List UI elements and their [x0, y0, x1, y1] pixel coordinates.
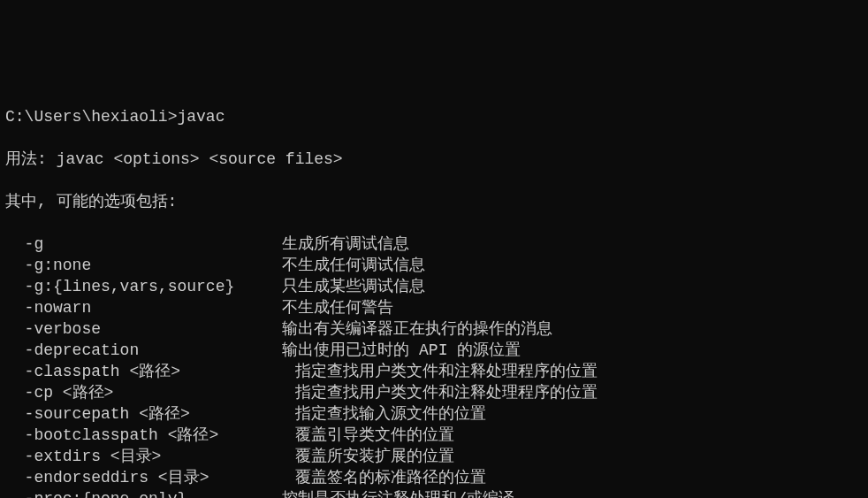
- option-desc: 指定查找用户类文件和注释处理程序的位置: [295, 363, 598, 380]
- option-desc: 只生成某些调试信息: [282, 278, 425, 295]
- option-flag: -classpath <路径>: [5, 363, 295, 380]
- option-flag: -extdirs <目录>: [5, 448, 295, 465]
- option-flag: -g:none: [5, 257, 282, 274]
- option-desc: 覆盖引导类文件的位置: [295, 426, 454, 444]
- option-desc: 覆盖签名的标准路径的位置: [295, 469, 486, 487]
- option-desc: 指定查找输入源文件的位置: [295, 405, 486, 423]
- option-line: -bootclasspath <路径> 覆盖引导类文件的位置: [5, 425, 868, 446]
- option-desc: 指定查找用户类文件和注释处理程序的位置: [295, 384, 598, 402]
- option-desc: 生成所有调试信息: [282, 235, 409, 253]
- option-line: -g 生成所有调试信息: [5, 234, 868, 255]
- option-flag: -nowarn: [5, 299, 282, 317]
- prompt-line: C:\Users\hexiaoli>javac: [5, 106, 868, 127]
- option-line: -g:{lines,vars,source} 只生成某些调试信息: [5, 276, 868, 297]
- option-line: -g:none 不生成任何调试信息: [5, 255, 868, 276]
- option-desc: 不生成任何警告: [282, 299, 393, 317]
- option-desc: 输出有关编译器正在执行的操作的消息: [282, 320, 552, 338]
- option-flag: -proc:{none,only}: [5, 490, 282, 498]
- option-desc: 输出使用已过时的 API 的源位置: [282, 341, 521, 359]
- option-desc: 覆盖所安装扩展的位置: [295, 448, 454, 465]
- option-flag: -deprecation: [5, 341, 282, 359]
- where-line: 其中, 可能的选项包括:: [5, 191, 868, 212]
- option-flag: -g:{lines,vars,source}: [5, 278, 282, 295]
- option-flag: -bootclasspath <路径>: [5, 426, 295, 444]
- option-line: -sourcepath <路径> 指定查找输入源文件的位置: [5, 403, 868, 425]
- option-line: -deprecation 输出使用已过时的 API 的源位置: [5, 340, 868, 361]
- option-flag: -g: [5, 235, 282, 253]
- option-flag: -sourcepath <路径>: [5, 405, 295, 423]
- option-line: -proc:{none,only} 控制是否执行注释处理和/或编译。: [5, 488, 868, 498]
- usage-line: 用法: javac <options> <source files>: [5, 149, 868, 170]
- option-line: -nowarn 不生成任何警告: [5, 297, 868, 318]
- option-flag: -verbose: [5, 320, 282, 338]
- option-flag: -endorseddirs <目录>: [5, 469, 295, 487]
- option-desc: 控制是否执行注释处理和/或编译。: [282, 490, 530, 498]
- option-desc: 不生成任何调试信息: [282, 257, 425, 274]
- option-line: -extdirs <目录> 覆盖所安装扩展的位置: [5, 446, 868, 467]
- option-line: -endorseddirs <目录> 覆盖签名的标准路径的位置: [5, 467, 868, 488]
- option-line: -cp <路径> 指定查找用户类文件和注释处理程序的位置: [5, 382, 868, 403]
- option-line: -classpath <路径> 指定查找用户类文件和注释处理程序的位置: [5, 361, 868, 382]
- terminal-output[interactable]: C:\Users\hexiaoli>javac 用法: javac <optio…: [5, 85, 868, 498]
- option-line: -verbose 输出有关编译器正在执行的操作的消息: [5, 318, 868, 340]
- option-flag: -cp <路径>: [5, 384, 295, 402]
